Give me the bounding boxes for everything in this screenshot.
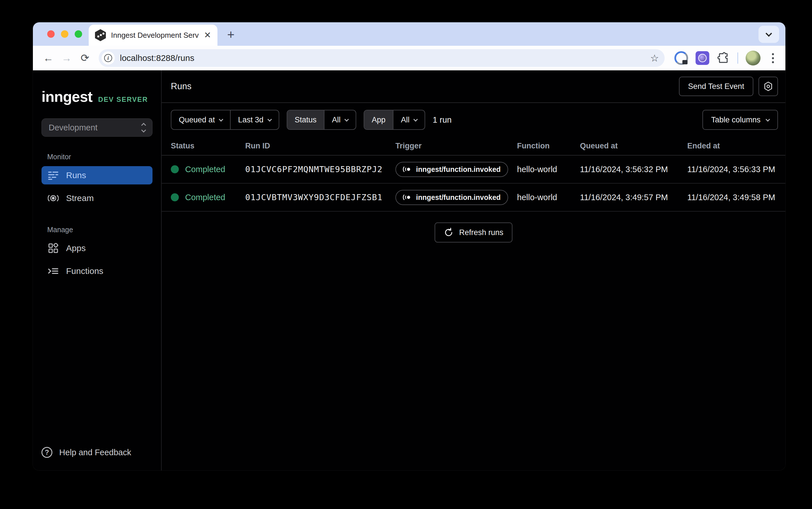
extensions-puzzle-icon[interactable] xyxy=(717,52,730,65)
url-text[interactable]: localhost:8288/runs xyxy=(120,53,645,63)
run-status: Completed xyxy=(185,165,225,174)
inngest-app: inngest DEV SERVER Development Monitor R xyxy=(33,70,785,470)
function-name[interactable]: hello-world xyxy=(517,165,580,174)
refresh-runs-label: Refresh runs xyxy=(459,228,504,237)
stream-broadcast-icon xyxy=(48,194,59,203)
time-filter-group: Queued at Last 3d xyxy=(171,110,279,130)
monitor-section-label: Monitor xyxy=(47,153,153,161)
runs-list-icon xyxy=(48,170,59,180)
sidebar-item-label: Apps xyxy=(66,243,86,253)
help-and-feedback-link[interactable]: ? Help and Feedback xyxy=(41,447,131,458)
chevron-down-icon xyxy=(345,117,349,122)
column-header-run-id: Run ID xyxy=(245,141,395,150)
run-count: 1 run xyxy=(433,115,452,125)
trigger-badge[interactable]: inngest/function.invoked xyxy=(395,190,508,205)
sidebar-item-stream[interactable]: Stream xyxy=(41,189,153,207)
chevron-down-icon xyxy=(766,30,772,37)
tab-close-icon[interactable]: ✕ xyxy=(204,31,211,39)
app-filter-value: All xyxy=(401,115,410,125)
status-completed-dot-icon xyxy=(171,165,179,173)
toolbar-divider xyxy=(737,52,738,64)
time-range-value: Last 3d xyxy=(238,115,263,125)
updown-chevron-icon xyxy=(142,124,145,132)
minimize-window-button[interactable] xyxy=(61,30,68,38)
app-filter-group: App All xyxy=(364,110,425,130)
function-name[interactable]: hello-world xyxy=(517,193,580,202)
browser-tabstrip: Inngest Development Server ✕ + xyxy=(33,22,785,46)
help-question-icon: ? xyxy=(41,447,52,458)
ended-at-time: 11/16/2024, 3:49:58 PM xyxy=(687,193,785,202)
zoom-window-button[interactable] xyxy=(75,30,82,38)
time-range-dropdown[interactable]: Last 3d xyxy=(230,110,279,129)
queued-at-time: 11/16/2024, 3:56:32 PM xyxy=(580,165,687,174)
table-row[interactable]: Completed 01JCVC6PF2MQNMTWE95BBRZPJ2 inn… xyxy=(162,156,785,183)
dev-server-badge: DEV SERVER xyxy=(98,96,148,103)
apps-grid-icon xyxy=(48,243,59,253)
app-filter-dropdown[interactable]: All xyxy=(393,110,425,129)
site-info-button[interactable]: i xyxy=(102,52,115,65)
gear-icon xyxy=(763,81,773,92)
settings-button[interactable] xyxy=(758,77,778,96)
browser-window: Inngest Development Server ✕ + ← → ⟳ i l… xyxy=(33,22,785,470)
inngest-favicon-icon xyxy=(95,29,106,41)
new-tab-button[interactable]: + xyxy=(227,28,235,42)
info-icon: i xyxy=(104,54,112,62)
sidebar-item-runs[interactable]: Runs xyxy=(41,166,153,184)
run-id[interactable]: 01JCVBTMV3WXY9D3CFDEJFZSB1 xyxy=(245,193,395,202)
refresh-icon xyxy=(444,228,454,237)
table-columns-button[interactable]: Table columns xyxy=(703,110,778,130)
close-window-button[interactable] xyxy=(47,30,55,38)
profile-avatar[interactable] xyxy=(746,50,760,66)
browser-tab-active[interactable]: Inngest Development Server ✕ xyxy=(89,25,218,46)
environment-selector[interactable]: Development xyxy=(41,118,153,137)
browser-menu-button[interactable] xyxy=(768,53,778,63)
tab-title: Inngest Development Server xyxy=(111,31,199,40)
chevron-down-icon xyxy=(766,117,770,122)
browser-toolbar: ← → ⟳ i localhost:8288/runs ☆ xyxy=(33,46,785,70)
column-header-function: Function xyxy=(517,141,580,150)
status-completed-dot-icon xyxy=(171,193,179,201)
page-header: Runs Send Test Event xyxy=(162,70,785,103)
trigger-name: inngest/function.invoked xyxy=(416,193,501,202)
tab-search-chevron-button[interactable] xyxy=(758,26,779,43)
logo: inngest DEV SERVER xyxy=(41,88,153,105)
queued-at-time: 11/16/2024, 3:49:57 PM xyxy=(580,193,687,202)
chevron-down-icon xyxy=(414,117,418,122)
sidebar-item-functions[interactable]: Functions xyxy=(41,262,153,280)
status-filter-value: All xyxy=(332,115,340,125)
table-columns-label: Table columns xyxy=(711,115,760,125)
filter-bar: Queued at Last 3d Status All xyxy=(162,103,785,137)
purple-extension-icon[interactable] xyxy=(695,51,709,65)
runs-table: Status Run ID Trigger Function Queued at… xyxy=(162,137,785,253)
address-bar[interactable]: i localhost:8288/runs ☆ xyxy=(99,49,664,67)
bookmark-star-icon[interactable]: ☆ xyxy=(650,52,659,64)
trigger-badge[interactable]: inngest/function.invoked xyxy=(395,162,508,177)
environment-value: Development xyxy=(48,123,98,132)
run-id[interactable]: 01JCVC6PF2MQNMTWE95BBRZPJ2 xyxy=(245,164,395,174)
column-header-trigger: Trigger xyxy=(395,141,517,150)
status-filter-group: Status All xyxy=(287,110,357,130)
forward-button[interactable]: → xyxy=(59,50,75,66)
sidebar: inngest DEV SERVER Development Monitor R xyxy=(33,70,162,470)
password-manager-extension-icon[interactable] xyxy=(674,51,688,65)
manage-section-label: Manage xyxy=(47,226,153,234)
table-row[interactable]: Completed 01JCVBTMV3WXY9D3CFDEJFZSB1 inn… xyxy=(162,183,785,212)
reload-button[interactable]: ⟳ xyxy=(77,50,93,66)
event-trigger-icon xyxy=(403,166,412,173)
sidebar-item-label: Functions xyxy=(66,266,103,276)
main-content: Runs Send Test Event Queued at xyxy=(162,70,785,470)
sidebar-item-label: Runs xyxy=(66,170,86,180)
status-filter-dropdown[interactable]: All xyxy=(324,110,356,129)
inngest-logo-text: inngest xyxy=(41,88,92,105)
back-button[interactable]: ← xyxy=(40,50,56,66)
send-test-event-button[interactable]: Send Test Event xyxy=(679,77,753,96)
refresh-runs-button[interactable]: Refresh runs xyxy=(434,223,513,242)
sidebar-item-apps[interactable]: Apps xyxy=(41,239,153,257)
time-field-dropdown[interactable]: Queued at xyxy=(171,110,230,129)
help-label: Help and Feedback xyxy=(59,448,131,457)
time-field-value: Queued at xyxy=(179,115,215,125)
toolbar-extensions xyxy=(674,50,778,66)
trigger-name: inngest/function.invoked xyxy=(416,165,501,174)
sidebar-item-label: Stream xyxy=(66,193,94,203)
table-header-row: Status Run ID Trigger Function Queued at… xyxy=(162,137,785,156)
